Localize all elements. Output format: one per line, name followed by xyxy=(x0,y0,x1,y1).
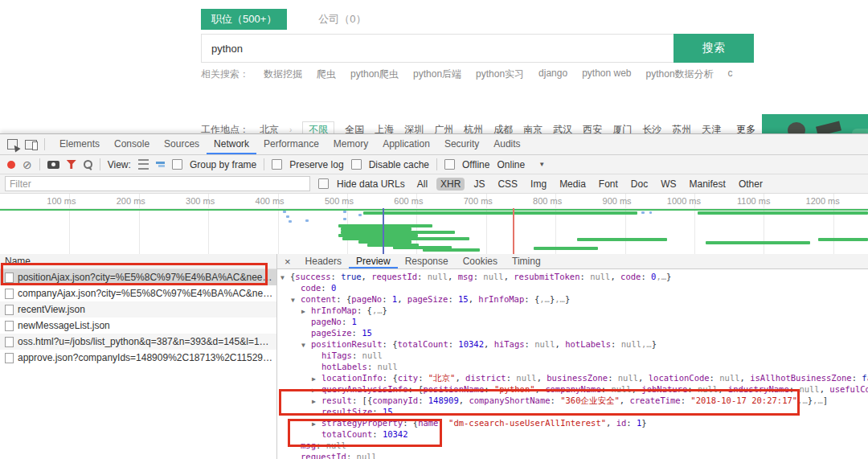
filter-type-ws[interactable]: WS xyxy=(657,178,680,191)
devtools-tab-sources[interactable]: Sources xyxy=(157,134,207,154)
detail-tab-response[interactable]: Response xyxy=(398,254,456,268)
detail-tab-cookies[interactable]: Cookies xyxy=(456,254,505,268)
waterfall-bar xyxy=(358,214,362,216)
json-line[interactable]: code: 0 xyxy=(277,282,868,293)
record-button[interactable] xyxy=(7,161,15,169)
json-line[interactable]: ▶strategyProperty: {name: "dm-csearch-us… xyxy=(277,417,868,428)
search-button[interactable]: 搜索 xyxy=(674,34,754,63)
expand-arrow-icon[interactable]: ▼ xyxy=(291,295,301,306)
waterfall-view-icon[interactable] xyxy=(156,162,165,164)
json-line[interactable]: pageSize: 15 xyxy=(277,327,868,338)
filter-type-img[interactable]: Img xyxy=(526,178,551,191)
network-filterbar: Hide data URLs AllXHRJSCSSImgMediaFontDo… xyxy=(0,174,868,194)
json-token: } xyxy=(641,418,646,428)
json-line[interactable]: ▶result: [{companyId: 148909, companySho… xyxy=(277,395,868,406)
related-link[interactable]: python数据分析 xyxy=(646,68,714,81)
preserve-log-label[interactable]: Preserve log xyxy=(289,159,343,170)
related-link[interactable]: 数据挖掘 xyxy=(264,68,302,81)
devtools-tab-network[interactable]: Network xyxy=(207,134,256,154)
detail-tab-preview[interactable]: Preview xyxy=(349,254,398,268)
throttling-select[interactable]: Online xyxy=(497,159,525,170)
related-link[interactable]: python web xyxy=(582,68,631,81)
request-row[interactable]: companyAjax.json?city=%E5%8C%97%E4%BA%AC… xyxy=(0,285,276,301)
site-tab[interactable]: 公司（0） xyxy=(308,9,376,30)
expand-arrow-icon[interactable]: ▼ xyxy=(301,340,311,351)
group-by-frame-label[interactable]: Group by frame xyxy=(190,159,256,170)
search-icon[interactable] xyxy=(84,160,92,169)
request-row[interactable]: positionAjax.json?city=%E5%8C%97%E4%BA%A… xyxy=(0,269,276,285)
request-row[interactable]: recentView.json xyxy=(0,301,276,318)
request-row[interactable]: approve.json?companyIds=148909%2C18713%2… xyxy=(0,350,276,366)
json-line[interactable]: ▼{success: true, requestId: null, msg: n… xyxy=(277,271,868,282)
devtools-tab-memory[interactable]: Memory xyxy=(326,134,375,154)
device-toolbar-icon[interactable] xyxy=(25,140,37,150)
filter-type-xhr[interactable]: XHR xyxy=(436,178,465,191)
disable-cache-checkbox[interactable] xyxy=(351,159,362,170)
json-line[interactable]: ▶locationInfo: {city: "北京", district: nu… xyxy=(277,372,868,383)
request-row[interactable]: oss.html?u=/jobs/list_python&q=387&n=393… xyxy=(0,334,276,350)
hide-data-urls-label[interactable]: Hide data URLs xyxy=(337,178,405,190)
json-token: 10342 xyxy=(458,339,484,349)
filter-type-font[interactable]: Font xyxy=(595,178,622,191)
promo-banner[interactable] xyxy=(762,114,868,134)
disable-cache-label[interactable]: Disable cache xyxy=(369,159,429,170)
list-view-icon[interactable] xyxy=(138,159,149,170)
detail-tab-headers[interactable]: Headers xyxy=(298,254,349,268)
json-line[interactable]: msg: null xyxy=(277,440,868,451)
devtools-tab-security[interactable]: Security xyxy=(437,134,486,154)
related-link[interactable]: python后端 xyxy=(413,68,461,81)
detail-tab-timing[interactable]: Timing xyxy=(505,254,548,268)
timeline-tick-label: 700 ms xyxy=(446,196,493,206)
json-token: resultSize xyxy=(321,407,372,416)
json-token: : xyxy=(626,418,637,428)
json-line[interactable]: ▶hrInfoMap: {,…} xyxy=(277,305,868,316)
json-line[interactable]: hiTags: null xyxy=(277,350,868,361)
group-by-frame-checkbox[interactable] xyxy=(172,159,182,170)
filter-type-other[interactable]: Other xyxy=(735,178,767,191)
devtools-tab-application[interactable]: Application xyxy=(375,134,437,154)
filter-icon[interactable] xyxy=(67,160,76,169)
devtools-tab-performance[interactable]: Performance xyxy=(256,134,326,154)
request-row[interactable]: newMessageList.json xyxy=(0,318,276,334)
inspect-element-icon[interactable] xyxy=(7,139,18,150)
search-input[interactable] xyxy=(201,34,674,63)
expand-arrow-icon[interactable]: ▼ xyxy=(280,273,290,284)
timeline-tick-label: 100 ms xyxy=(29,196,76,206)
offline-label[interactable]: Offline xyxy=(462,159,489,170)
json-line[interactable]: ▼content: {pageNo: 1, pageSize: 15, hrIn… xyxy=(277,293,868,305)
preserve-log-checkbox[interactable] xyxy=(272,159,282,170)
json-token: pageNo xyxy=(311,317,342,326)
devtools-tab-elements[interactable]: Elements xyxy=(52,134,107,154)
clear-icon[interactable]: ⊘ xyxy=(23,159,32,170)
filter-type-media[interactable]: Media xyxy=(555,178,590,191)
filter-type-doc[interactable]: Doc xyxy=(627,178,652,191)
site-tab[interactable]: 职位（500+） xyxy=(201,9,287,30)
json-line[interactable]: totalCount: 10342 xyxy=(277,428,868,440)
related-link[interactable]: c xyxy=(728,68,733,81)
filter-type-js[interactable]: JS xyxy=(469,178,489,191)
filter-type-css[interactable]: CSS xyxy=(493,178,522,191)
request-detail-panel: × HeadersPreviewResponseCookiesTiming ▼{… xyxy=(277,254,868,459)
related-link[interactable]: python爬虫 xyxy=(350,68,399,81)
json-line[interactable]: ▼positionResult: {totalCount: 10342, hiT… xyxy=(277,338,868,350)
devtools-tab-audits[interactable]: Audits xyxy=(486,134,527,154)
filter-type-manifest[interactable]: Manifest xyxy=(686,178,730,191)
banner-graphic xyxy=(816,121,841,134)
related-link[interactable]: django xyxy=(538,68,567,81)
name-column-header[interactable]: Name xyxy=(0,254,276,269)
related-link[interactable]: python实习 xyxy=(476,68,524,81)
filter-type-all[interactable]: All xyxy=(413,178,432,191)
hide-data-urls-checkbox[interactable] xyxy=(318,178,329,189)
capture-screenshots-icon[interactable] xyxy=(47,161,59,169)
close-icon[interactable]: × xyxy=(277,256,298,268)
json-line[interactable]: hotLabels: null xyxy=(277,361,868,372)
offline-checkbox[interactable] xyxy=(444,159,455,170)
json-line[interactable]: ▶queryAnalysisInfo: {positionName: "pyth… xyxy=(277,383,868,395)
json-line[interactable]: pageNo: 1 xyxy=(277,316,868,327)
related-link[interactable]: 爬虫 xyxy=(317,68,336,81)
devtools-tab-console[interactable]: Console xyxy=(107,134,157,154)
json-line[interactable]: requestId: null xyxy=(277,451,868,459)
caret-down-icon[interactable]: ▼ xyxy=(538,161,545,168)
json-line[interactable]: resultSize: 15 xyxy=(277,406,868,417)
filter-input[interactable] xyxy=(5,176,310,191)
